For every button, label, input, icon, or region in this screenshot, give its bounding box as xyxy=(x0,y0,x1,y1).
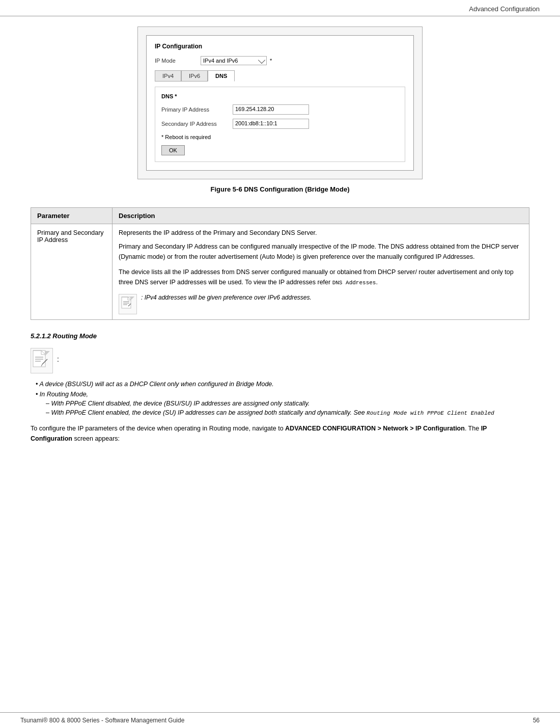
secondary-ip-input[interactable]: 2001:db8:1::10:1 xyxy=(233,119,309,129)
ip-config-box: IP Configuration IP Mode IPv4 and IPv6 *… xyxy=(146,35,414,171)
note-icon xyxy=(119,294,137,314)
tab-ipv6[interactable]: IPv6 xyxy=(181,70,208,82)
routing-bullet-list: A device (BSU/SU) will act as a DHCP Cli… xyxy=(31,381,529,416)
bullet-item-1: A device (BSU/SU) will act as a DHCP Cli… xyxy=(36,381,529,388)
col-header-parameter: Parameter xyxy=(31,208,113,224)
primary-ip-label: Primary IP Address xyxy=(161,106,233,113)
table-row: Primary and Secondary IP Address Represe… xyxy=(31,224,529,320)
section-521-heading: 5.2.1.2 Routing Mode xyxy=(31,332,529,340)
primary-ip-input[interactable]: 169.254.128.20 xyxy=(233,104,309,115)
routing-para-suffix: . The xyxy=(465,425,481,432)
parameter-cell: Primary and Secondary IP Address xyxy=(31,224,113,320)
chevron-down-icon xyxy=(258,57,265,64)
sub-bullet-list: With PPPoE Client disabled, the device (… xyxy=(36,400,529,416)
routing-note-colon: : xyxy=(57,355,59,363)
note-text: : IPv4 addresses will be given preferenc… xyxy=(141,294,312,301)
routing-para-bold: ADVANCED CONFIGURATION > Network > IP Co… xyxy=(285,425,465,432)
routing-note-box: : xyxy=(31,348,529,373)
desc-line-3: The device lists all the IP addresses fr… xyxy=(119,267,523,288)
primary-ip-row: Primary IP Address 169.254.128.20 xyxy=(161,104,399,115)
tabs-row: IPv4 IPv6 DNS xyxy=(155,70,405,82)
ip-mode-asterisk: * xyxy=(270,58,272,64)
bullet-item-2: In Routing Mode, With PPPoE Client disab… xyxy=(36,391,529,416)
routing-note-icon xyxy=(31,348,53,373)
tab-ipv4[interactable]: IPv4 xyxy=(155,70,181,82)
page-header: Advanced Configuration xyxy=(0,0,560,16)
col-header-description: Description xyxy=(113,208,529,224)
ip-config-title: IP Configuration xyxy=(155,43,405,50)
ip-mode-row: IP Mode IPv4 and IPv6 * xyxy=(155,56,405,65)
note-svg xyxy=(121,296,134,311)
secondary-ip-row: Secondary IP Address 2001:db8:1::10:1 xyxy=(161,119,399,129)
sub-bullet-2-text: With PPPoE Client enabled, the device (S… xyxy=(51,409,494,416)
desc-line-1: Represents the IP address of the Primary… xyxy=(119,229,523,236)
page-footer: Tsunami® 800 & 8000 Series - Software Ma… xyxy=(0,712,560,728)
ui-mockup: IP Configuration IP Mode IPv4 and IPv6 *… xyxy=(137,26,423,179)
desc-line-2: Primary and Secondary IP Address can be … xyxy=(119,241,523,262)
description-cell: Represents the IP address of the Primary… xyxy=(113,224,529,320)
routing-para-prefix: To configure the IP parameters of the de… xyxy=(31,425,285,432)
sub-bullet-2: With PPPoE Client enabled, the device (S… xyxy=(46,409,529,416)
dns-section: DNS * Primary IP Address 169.254.128.20 … xyxy=(155,87,405,162)
routing-paragraph: To configure the IP parameters of the de… xyxy=(31,423,529,444)
figure-container: IP Configuration IP Mode IPv4 and IPv6 *… xyxy=(31,26,529,193)
routing-note-svg xyxy=(33,350,50,370)
parameter-table: Parameter Description Primary and Second… xyxy=(31,207,529,320)
footer-right: 56 xyxy=(533,717,540,724)
main-content: IP Configuration IP Mode IPv4 and IPv6 *… xyxy=(0,16,560,464)
footer-left: Tsunami® 800 & 8000 Series - Software Ma… xyxy=(20,717,184,724)
svg-line-19 xyxy=(46,359,47,361)
dns-section-title: DNS * xyxy=(161,93,399,99)
ip-mode-label: IP Mode xyxy=(155,58,201,64)
ok-button[interactable]: OK xyxy=(161,145,185,155)
figure-caption: Figure 5-6 DNS Configuration (Bridge Mod… xyxy=(211,185,350,193)
header-title: Advanced Configuration xyxy=(469,5,540,13)
tab-dns[interactable]: DNS xyxy=(208,70,235,82)
secondary-ip-label: Secondary IP Address xyxy=(161,121,233,127)
bullet-2-text: In Routing Mode, xyxy=(40,391,88,398)
routing-para-end: screen appears: xyxy=(72,435,120,442)
ip-mode-select[interactable]: IPv4 and IPv6 xyxy=(201,56,267,65)
note-row: : IPv4 addresses will be given preferenc… xyxy=(119,294,523,314)
ip-mode-value: IPv4 and IPv6 xyxy=(203,58,238,64)
table-header-row: Parameter Description xyxy=(31,208,529,224)
sub-bullet-1: With PPPoE Client disabled, the device (… xyxy=(46,400,529,407)
reboot-note: * Reboot is required xyxy=(161,134,399,140)
